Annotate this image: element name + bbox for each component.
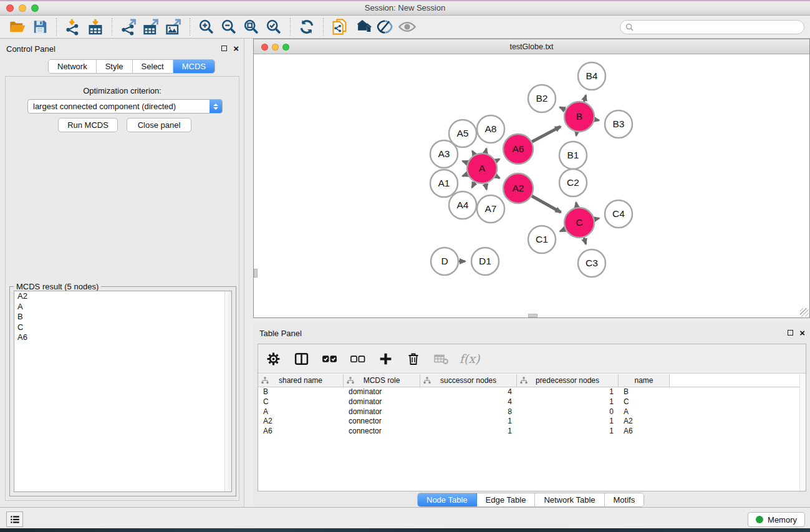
criterion-dropdown[interactable]: largest connected component (directed) xyxy=(27,99,223,114)
table-row[interactable]: A6connector11A6 xyxy=(258,427,806,437)
open-session-icon[interactable] xyxy=(6,17,29,37)
mcds-result-item[interactable]: A6 xyxy=(14,332,231,343)
list-scrollbar[interactable] xyxy=(224,291,231,491)
zoom-out-icon[interactable] xyxy=(218,17,240,37)
float-panel-icon[interactable] xyxy=(788,330,793,336)
apply-layout-icon[interactable] xyxy=(296,17,318,37)
tab-select[interactable]: Select xyxy=(133,60,173,73)
close-panel-icon[interactable]: × xyxy=(233,45,239,52)
node-label-A6: A6 xyxy=(513,143,524,154)
table-cell: dominator xyxy=(344,387,420,397)
edge-A-A7[interactable] xyxy=(485,183,486,189)
column-header-name[interactable]: name xyxy=(619,374,670,387)
edge-B-B1[interactable] xyxy=(576,132,577,136)
table-scrollbar[interactable] xyxy=(799,374,806,491)
export-network-icon[interactable] xyxy=(117,17,140,37)
float-panel-icon[interactable] xyxy=(221,46,227,51)
vertical-scrollbar-thumb[interactable] xyxy=(254,269,258,278)
edge-A-A3[interactable] xyxy=(463,161,468,163)
show-column-panel-icon[interactable] xyxy=(292,350,310,367)
edge-A-A1[interactable] xyxy=(463,174,468,176)
select-all-columns-icon[interactable] xyxy=(321,350,338,367)
mcds-result-item[interactable]: C xyxy=(14,322,231,333)
export-image-icon[interactable] xyxy=(162,17,185,37)
edge-A-A4[interactable] xyxy=(472,182,475,188)
import-network-icon[interactable] xyxy=(62,17,84,37)
run-mcds-button[interactable]: Run MCDS xyxy=(58,118,118,132)
delete-column-icon[interactable] xyxy=(405,350,422,367)
edge-C-C1[interactable] xyxy=(560,229,565,231)
node-table-container: f(x) shared nameMCDS rolesuccessor nodes… xyxy=(258,344,806,491)
tab-style[interactable]: Style xyxy=(97,60,133,73)
table-row[interactable]: A2connector11A2 xyxy=(258,417,806,427)
search-box[interactable] xyxy=(620,20,804,34)
horizontal-scrollbar-thumb[interactable] xyxy=(528,314,538,317)
node-label-A2: A2 xyxy=(513,183,524,193)
control-panel-title: Control Panel xyxy=(6,44,55,54)
column-header-shared-name[interactable]: shared name xyxy=(258,374,344,387)
toolbar-separator xyxy=(323,18,324,36)
network-graph[interactable]: B4B2BB3A8A5A6A3B1AC2A1A2A4A7C4CC1DD1C3 xyxy=(254,55,809,317)
table-row[interactable]: Cdominator41C xyxy=(258,397,806,407)
network-window: testGlobe.txt B4B2BB3A8A5A6A3B1AC2A1A2A4… xyxy=(253,39,810,318)
edge-C-C2[interactable] xyxy=(576,203,577,208)
mcds-result-item[interactable]: B xyxy=(14,312,231,322)
table-cell: 4 xyxy=(420,387,517,397)
resize-grip[interactable] xyxy=(800,308,809,317)
node-label-B1: B1 xyxy=(567,150,579,160)
node-label-C4: C4 xyxy=(612,208,625,219)
graph-svg: B4B2BB3A8A5A6A3B1AC2A1A2A4A7C4CC1DD1C3 xyxy=(254,55,809,317)
tab-network-table[interactable]: Network Table xyxy=(535,493,604,506)
export-table-icon[interactable] xyxy=(140,17,162,37)
search-input[interactable] xyxy=(637,23,799,32)
node-label-C2: C2 xyxy=(567,177,579,188)
table-cell: 1 xyxy=(517,427,619,437)
close-panel-button[interactable]: Close panel xyxy=(127,118,191,132)
import-table-icon[interactable] xyxy=(84,17,107,37)
tab-node-table[interactable]: Node Table xyxy=(418,493,477,506)
delete-table-icon[interactable] xyxy=(433,350,450,367)
save-session-icon[interactable] xyxy=(29,17,51,37)
edge-B-B3[interactable] xyxy=(595,120,599,120)
tab-motifs[interactable]: Motifs xyxy=(605,493,644,506)
memory-button[interactable]: Memory xyxy=(748,512,805,527)
edge-B-B4[interactable] xyxy=(584,95,586,102)
column-header-successor-nodes[interactable]: successor nodes xyxy=(420,374,517,387)
table-cell: dominator xyxy=(344,407,420,417)
edge-A-A8[interactable] xyxy=(485,148,486,153)
create-column-icon[interactable] xyxy=(377,350,394,367)
edge-C-C3[interactable] xyxy=(584,238,586,244)
show-panels-eye-icon[interactable] xyxy=(396,17,418,37)
edge-A2-C[interactable] xyxy=(532,196,561,212)
node-label-A5: A5 xyxy=(457,128,469,138)
close-panel-icon[interactable]: × xyxy=(799,329,805,336)
table-options-gear-icon[interactable] xyxy=(264,350,282,367)
function-builder-icon[interactable]: f(x) xyxy=(461,350,478,367)
mcds-result-item[interactable]: A xyxy=(14,302,231,312)
edge-A6-B[interactable] xyxy=(532,127,561,142)
tab-mcds[interactable]: MCDS xyxy=(173,60,215,73)
column-header-mcds-role[interactable]: MCDS role xyxy=(344,374,420,387)
zoom-fit-icon[interactable] xyxy=(240,17,263,37)
table-cell: A2 xyxy=(619,417,670,427)
home-icon[interactable] xyxy=(351,17,374,37)
edge-C-C4[interactable] xyxy=(594,218,599,220)
column-header-predecessor-nodes[interactable]: predecessor nodes xyxy=(517,374,619,387)
table-row[interactable]: Bdominator41B xyxy=(258,387,806,397)
table-row[interactable]: Adominator80A xyxy=(258,407,806,417)
edge-A-A2[interactable] xyxy=(496,176,499,178)
hide-panels-icon[interactable] xyxy=(374,17,396,37)
edge-B-B2[interactable] xyxy=(560,107,566,110)
edge-A-A5[interactable] xyxy=(473,151,475,155)
mcds-result-item[interactable]: A2 xyxy=(14,291,231,302)
zoom-in-icon[interactable] xyxy=(195,17,218,37)
task-history-button[interactable] xyxy=(6,511,23,527)
tab-edge-table[interactable]: Edge Table xyxy=(477,493,536,506)
edge-A-A6[interactable] xyxy=(496,159,499,161)
tab-network[interactable]: Network xyxy=(49,60,97,73)
deselect-all-columns-icon[interactable] xyxy=(349,350,366,367)
mcds-panel: Optimization criterion: largest connecte… xyxy=(5,76,239,501)
node-label-D: D xyxy=(441,256,448,266)
zoom-selected-icon[interactable] xyxy=(263,17,285,37)
clone-network-icon[interactable] xyxy=(329,17,351,37)
